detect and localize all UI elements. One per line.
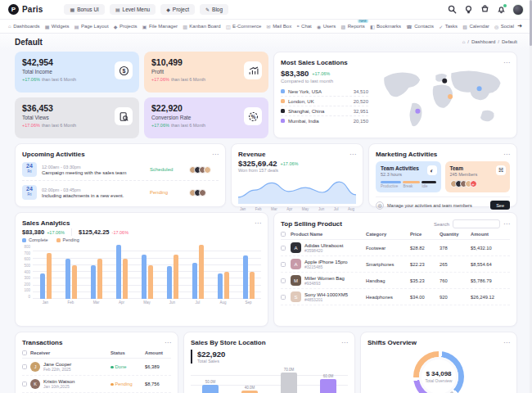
nav-item-widgets[interactable]: ▦Widgets xyxy=(45,24,70,29)
bar-complete[interactable] xyxy=(167,266,172,299)
location-color-dot xyxy=(281,89,285,93)
nav-item-calendar[interactable]: ▧Calendar xyxy=(462,24,489,29)
bar-complete[interactable] xyxy=(40,273,45,299)
bar-pending[interactable] xyxy=(72,265,77,299)
bar-pending[interactable] xyxy=(250,272,255,299)
search-icon[interactable] xyxy=(447,5,457,15)
activity-row[interactable]: 24Fri12:00am - 03:30pmCampaign meeting w… xyxy=(22,158,219,181)
location-value: 20,150 xyxy=(354,119,368,124)
bar-complete[interactable] xyxy=(218,273,223,299)
search-input[interactable] xyxy=(453,219,500,228)
activity-status: Pending xyxy=(150,190,184,195)
bar-complete[interactable] xyxy=(192,263,197,299)
bar-complete[interactable] xyxy=(116,245,121,299)
header-menu-button-project[interactable]: ◆Project xyxy=(160,4,195,15)
nav-item-tasks[interactable]: ✓Tasks xyxy=(439,24,458,29)
nav-item-reports[interactable]: ▨ReportsNew xyxy=(341,24,365,29)
stat-card-total-views: $36,453 Total Views +17.06%than last 6 M… xyxy=(15,97,139,138)
row-checkbox[interactable] xyxy=(22,364,27,369)
see-button[interactable]: See xyxy=(490,201,510,210)
location-name: Shanghai, China xyxy=(288,109,324,114)
nav-item-dashboards[interactable]: ⌂Dashboards xyxy=(8,24,39,29)
stat-note: than last 6 Month xyxy=(171,123,205,128)
bar-value-label: 70.0M xyxy=(284,368,295,372)
select-all-checkbox[interactable] xyxy=(281,232,286,237)
menu-button-label: Project xyxy=(173,7,189,12)
product-sku: #4853201 xyxy=(304,297,348,302)
location-row[interactable]: London, UK20,520 xyxy=(281,97,368,106)
card-menu-button[interactable]: ⋯ xyxy=(341,341,348,345)
nav-item-projects[interactable]: ◆Projects xyxy=(114,24,138,29)
user-avatar[interactable] xyxy=(512,4,524,16)
location-row[interactable]: Shanghai, China32,951 xyxy=(281,106,368,116)
location-row[interactable]: Mumbai, India20,150 xyxy=(281,116,368,125)
bar-complete[interactable] xyxy=(142,255,147,299)
nav-item-social[interactable]: ◎Social xyxy=(494,24,514,29)
location-value: 20,520 xyxy=(354,99,368,104)
profit-icon xyxy=(244,61,262,79)
nav-more-arrow-icon[interactable]: ➜ xyxy=(517,23,522,29)
nav-item-file-manager[interactable]: ▣File Manager xyxy=(142,24,178,29)
nav-item-mail-box[interactable]: ✉Mail Box xyxy=(267,24,292,29)
product-cell: SSony WH-1000XM5#4853201 xyxy=(291,291,366,302)
card-menu-button[interactable]: ⋯ xyxy=(503,153,510,156)
legend-item: Pending xyxy=(56,237,79,242)
bar-complete[interactable] xyxy=(65,259,70,300)
row-checkbox[interactable] xyxy=(281,262,286,267)
bar-pending[interactable] xyxy=(123,259,128,300)
select-all-checkbox[interactable] xyxy=(22,350,27,355)
store-bar[interactable] xyxy=(281,373,297,393)
bar-complete[interactable] xyxy=(91,265,96,299)
breadcrumb-home-icon[interactable]: ⌂ xyxy=(462,39,466,44)
bar-pending[interactable] xyxy=(224,272,229,299)
location-row[interactable]: New York, USA34,510 xyxy=(281,87,368,97)
card-menu-button[interactable]: ⋯ xyxy=(165,341,171,345)
notification-badge xyxy=(503,4,507,7)
bar-pending[interactable] xyxy=(97,259,102,300)
activity-row[interactable]: 24Fri02:00pm - 03:45pmIncluding attachme… xyxy=(22,181,219,203)
card-menu-button[interactable]: ⋯ xyxy=(503,341,510,345)
nav-item-chat[interactable]: ❝Chat xyxy=(296,24,311,29)
app-logo[interactable]: P Paris xyxy=(8,4,43,15)
product-cell: MMiller Women Bag#934893 xyxy=(291,275,366,286)
e-commerce-icon: ◫ xyxy=(226,24,231,29)
bar-pending[interactable] xyxy=(47,253,52,299)
nav-item-kanban-board[interactable]: ▥Kanban Board xyxy=(183,24,221,29)
card-menu-button[interactable]: ⋯ xyxy=(503,61,510,65)
card-menu-button[interactable]: ⋯ xyxy=(255,222,261,225)
receiver-name-wrap: Jane CooperFeb 22th, 2025 xyxy=(43,362,71,372)
top-selling-product-card: Top Selling Product Search ⋯ Product Nam… xyxy=(273,212,517,327)
add-member-button[interactable]: + xyxy=(470,180,477,187)
y-tick-label: 300 xyxy=(22,276,30,280)
card-menu-button[interactable]: ⋯ xyxy=(503,223,510,226)
row-checkbox[interactable] xyxy=(22,382,27,386)
nav-item-users[interactable]: ◉Users xyxy=(317,24,336,29)
store-bar[interactable] xyxy=(202,385,219,393)
bar-pending[interactable] xyxy=(148,265,153,299)
bar-pending[interactable] xyxy=(199,245,204,299)
store-bar[interactable] xyxy=(320,379,336,393)
header-menu-button-level-menu[interactable]: ▤Level Menu xyxy=(110,4,156,15)
bar-complete[interactable] xyxy=(243,255,248,299)
store-bar-column: 70.0M xyxy=(281,367,297,393)
x-tick-label: Sep xyxy=(241,300,257,305)
card-menu-button[interactable]: ⋯ xyxy=(212,153,219,156)
nav-item-contacts[interactable]: ☎Contacts xyxy=(406,24,434,29)
header-menu-button-blog[interactable]: ✎Blog xyxy=(200,4,228,15)
bulb-icon[interactable] xyxy=(463,5,473,15)
bell-icon[interactable] xyxy=(496,5,506,15)
card-menu-button[interactable]: ⋯ xyxy=(349,153,356,156)
cart-icon[interactable] xyxy=(480,5,489,15)
nav-item-bookmarks[interactable]: ◧Bookmarks xyxy=(370,24,401,29)
stat-card-total-income: $42,954 Total Income +17.06%than last 6 … xyxy=(15,52,139,93)
nav-item-e-commerce[interactable]: ◫E-Commerce xyxy=(226,24,262,29)
header-menu-button-bonus-ui[interactable]: ▦Bonus UI xyxy=(64,4,104,15)
location-color-dot xyxy=(281,119,285,123)
row-checkbox[interactable] xyxy=(281,295,286,300)
breadcrumb-item-dashboard[interactable]: Dashboard xyxy=(471,39,495,44)
bar-pending[interactable] xyxy=(174,255,178,299)
product-sku: #934893 xyxy=(304,281,345,286)
nav-item-page-layout[interactable]: ▤Page Layout xyxy=(74,24,109,29)
row-checkbox[interactable] xyxy=(281,246,286,251)
row-checkbox[interactable] xyxy=(281,278,286,283)
